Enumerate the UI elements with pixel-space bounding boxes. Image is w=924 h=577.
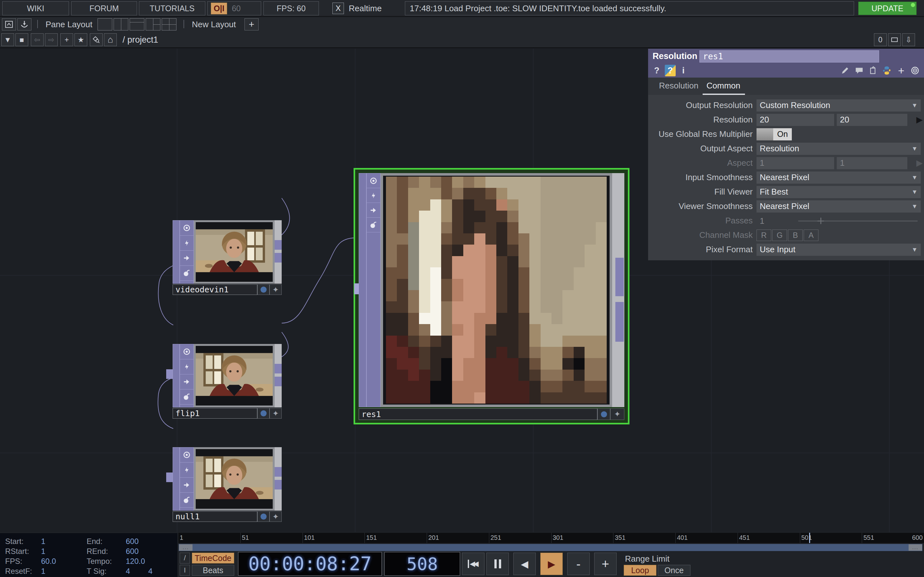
copy-parameters-button[interactable]: [867, 65, 879, 76]
bypass-flag[interactable]: [180, 359, 194, 374]
viewer-flag[interactable]: [180, 221, 194, 235]
node-name-field[interactable]: videodevin1: [173, 284, 257, 295]
viewer-flag[interactable]: [180, 344, 194, 359]
output-port[interactable]: [275, 364, 282, 374]
cook-flag[interactable]: [367, 218, 380, 232]
wiki-button[interactable]: WIKI: [2, 1, 69, 15]
forum-button[interactable]: FORUM: [71, 1, 137, 15]
cook-flag[interactable]: [180, 390, 194, 405]
output-aspect-dropdown[interactable]: Resolution▼: [756, 143, 921, 155]
start-value[interactable]: 1: [41, 537, 45, 546]
spread-handle[interactable]: ▶: [916, 158, 923, 168]
range-bar[interactable]: ... ...: [178, 544, 923, 551]
realtime-checkbox[interactable]: X: [333, 3, 344, 14]
input-port[interactable]: [166, 472, 173, 482]
viewer-flag[interactable]: [180, 448, 194, 463]
pause-button[interactable]: [486, 553, 509, 575]
input-port[interactable]: [166, 369, 173, 379]
spread-handle[interactable]: ▶: [916, 115, 923, 125]
export-flag[interactable]: [180, 374, 194, 390]
comment-button[interactable]: [853, 65, 865, 76]
history-forward-button[interactable]: ⇨: [45, 33, 58, 46]
node-viewer[interactable]: [194, 220, 275, 284]
edit-expressions-button[interactable]: [839, 65, 851, 76]
node-viewer[interactable]: [381, 173, 612, 407]
node-star-button[interactable]: ✦: [270, 284, 282, 295]
io-badge[interactable]: O|I: [211, 3, 227, 15]
collapse-button[interactable]: ⇩: [902, 33, 915, 46]
node-star-button[interactable]: ✦: [270, 511, 282, 522]
export-flag[interactable]: [180, 251, 194, 266]
play-button[interactable]: ▶: [540, 553, 563, 575]
tempo-value[interactable]: 120.0: [126, 557, 145, 566]
update-button[interactable]: UPDATE: [858, 2, 917, 15]
mask-a-button[interactable]: A: [804, 229, 819, 241]
tsig-denominator[interactable]: 4: [148, 567, 152, 576]
node-name-field[interactable]: flip1: [173, 408, 257, 419]
python-help-button[interactable]: ?: [665, 65, 676, 76]
output-port[interactable]: [615, 302, 624, 342]
rstart-value[interactable]: 1: [41, 547, 45, 556]
layout-preset-three-pane[interactable]: [145, 18, 160, 31]
bookmarks-button[interactable]: ★: [74, 33, 87, 46]
layout-preset-grid[interactable]: [162, 18, 176, 31]
viewer-rect-button[interactable]: [888, 33, 901, 46]
beats-mode-button[interactable]: Beats: [192, 565, 234, 576]
viewer-smoothness-dropdown[interactable]: Nearest Pixel▼: [756, 200, 921, 213]
layout-preset-split-vertical[interactable]: [113, 18, 128, 31]
pin-button[interactable]: [909, 65, 921, 76]
fps-button[interactable]: FPS: 60: [263, 1, 319, 15]
cook-flag[interactable]: [180, 493, 194, 508]
range-end-handle[interactable]: ...: [909, 544, 922, 551]
node-viewer[interactable]: [194, 447, 275, 511]
breadcrumb[interactable]: / project1: [123, 31, 158, 48]
mask-b-button[interactable]: B: [788, 229, 803, 241]
loop-button[interactable]: Loop: [624, 565, 656, 576]
layout-preset-split-horizontal[interactable]: [129, 18, 144, 31]
node-color-button[interactable]: [257, 284, 270, 295]
node-flip1[interactable]: flip1 ✦: [173, 344, 282, 420]
operator-name-field[interactable]: res1: [699, 50, 879, 63]
timecode-mode-button[interactable]: TimeCode: [192, 553, 234, 564]
step-back-button[interactable]: ◀: [513, 553, 536, 575]
tsig-numerator[interactable]: 4: [126, 567, 130, 576]
node-star-button[interactable]: ✦: [610, 408, 624, 420]
node-name-field[interactable]: res1: [359, 408, 598, 420]
frame-slash-button[interactable]: /: [180, 553, 190, 564]
stop-button[interactable]: ■: [15, 33, 28, 46]
playhead[interactable]: [809, 533, 810, 543]
node-star-button[interactable]: ✦: [270, 408, 282, 419]
node-select-strip[interactable]: [173, 220, 180, 284]
mask-g-button[interactable]: G: [772, 229, 787, 241]
input-smoothness-dropdown[interactable]: Nearest Pixel▼: [756, 171, 921, 184]
pane-float-button[interactable]: [17, 18, 31, 31]
skip-to-start-button[interactable]: ◀◀: [462, 553, 485, 575]
node-select-strip[interactable]: [359, 173, 367, 407]
network-menu-button[interactable]: ▼: [1, 33, 14, 46]
cook-flag[interactable]: [180, 266, 194, 281]
add-parameter-button[interactable]: +: [896, 65, 907, 76]
output-resolution-dropdown[interactable]: Custom Resolution▼: [756, 99, 921, 111]
aspect-y-field[interactable]: 1: [837, 157, 907, 169]
pane-maximize-button[interactable]: [2, 18, 16, 31]
resolution-h-field[interactable]: 20: [837, 114, 907, 126]
counter-button[interactable]: 0: [874, 33, 887, 46]
python-mode-button[interactable]: [881, 65, 893, 76]
output-port[interactable]: [275, 467, 282, 477]
node-videodevin1[interactable]: videodevin1 ✦: [173, 220, 282, 295]
output-port[interactable]: [275, 240, 282, 250]
slider-handle[interactable]: [817, 218, 824, 224]
export-flag[interactable]: [180, 478, 194, 493]
tab-common[interactable]: Common: [706, 77, 740, 93]
output-port[interactable]: [275, 377, 282, 386]
passes-value[interactable]: 1: [760, 216, 764, 226]
node-viewer[interactable]: [194, 344, 275, 408]
global-res-toggle[interactable]: On: [756, 128, 792, 140]
frame-ruler[interactable]: 1 51 101 151 201 251 301 351 401 451 501…: [178, 533, 924, 543]
node-select-strip[interactable]: [173, 447, 180, 511]
node-res1-selected[interactable]: res1 ✦: [354, 168, 630, 424]
speed-up-button[interactable]: +: [594, 553, 617, 575]
end-value[interactable]: 600: [126, 537, 139, 546]
frame-ibeam-button[interactable]: I: [180, 565, 190, 576]
node-name-field[interactable]: null1: [173, 511, 257, 522]
